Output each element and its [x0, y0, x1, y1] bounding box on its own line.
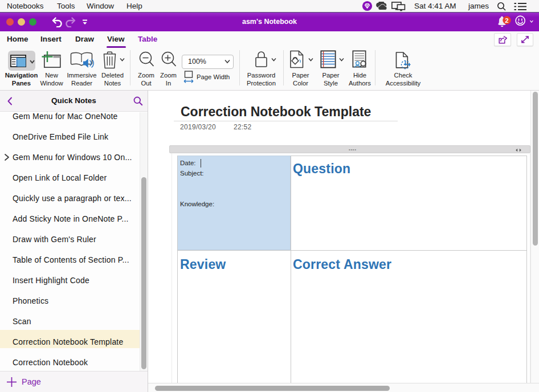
svg-text:2: 2 — [505, 17, 508, 24]
